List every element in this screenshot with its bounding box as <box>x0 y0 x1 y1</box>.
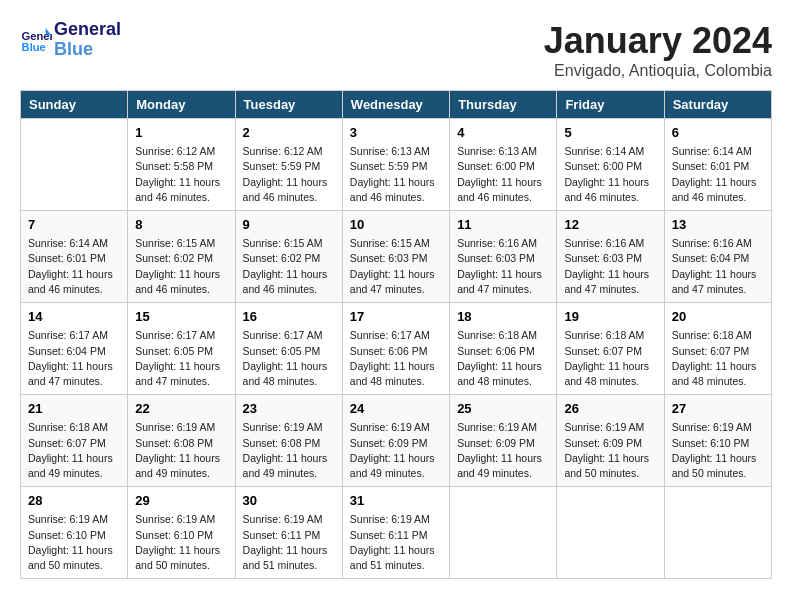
day-number: 15 <box>135 308 227 326</box>
weekday-header: Wednesday <box>342 91 449 119</box>
day-number: 14 <box>28 308 120 326</box>
calendar-cell: 30Sunrise: 6:19 AM Sunset: 6:11 PM Dayli… <box>235 487 342 579</box>
day-number: 18 <box>457 308 549 326</box>
day-number: 11 <box>457 216 549 234</box>
day-info: Sunrise: 6:17 AM Sunset: 6:05 PM Dayligh… <box>243 328 335 389</box>
logo-blue: Blue <box>54 40 121 60</box>
calendar-week-row: 7Sunrise: 6:14 AM Sunset: 6:01 PM Daylig… <box>21 211 772 303</box>
day-number: 5 <box>564 124 656 142</box>
day-info: Sunrise: 6:16 AM Sunset: 6:03 PM Dayligh… <box>457 236 549 297</box>
title-area: January 2024 Envigado, Antioquia, Colomb… <box>544 20 772 80</box>
month-title: January 2024 <box>544 20 772 62</box>
day-number: 25 <box>457 400 549 418</box>
calendar-cell: 26Sunrise: 6:19 AM Sunset: 6:09 PM Dayli… <box>557 395 664 487</box>
day-info: Sunrise: 6:19 AM Sunset: 6:10 PM Dayligh… <box>28 512 120 573</box>
weekday-header: Sunday <box>21 91 128 119</box>
calendar-cell: 11Sunrise: 6:16 AM Sunset: 6:03 PM Dayli… <box>450 211 557 303</box>
location: Envigado, Antioquia, Colombia <box>544 62 772 80</box>
day-number: 26 <box>564 400 656 418</box>
day-number: 6 <box>672 124 764 142</box>
calendar-cell: 24Sunrise: 6:19 AM Sunset: 6:09 PM Dayli… <box>342 395 449 487</box>
day-info: Sunrise: 6:18 AM Sunset: 6:07 PM Dayligh… <box>28 420 120 481</box>
calendar-cell: 31Sunrise: 6:19 AM Sunset: 6:11 PM Dayli… <box>342 487 449 579</box>
day-number: 30 <box>243 492 335 510</box>
calendar-cell: 25Sunrise: 6:19 AM Sunset: 6:09 PM Dayli… <box>450 395 557 487</box>
calendar-cell: 17Sunrise: 6:17 AM Sunset: 6:06 PM Dayli… <box>342 303 449 395</box>
calendar-cell <box>664 487 771 579</box>
calendar-cell: 13Sunrise: 6:16 AM Sunset: 6:04 PM Dayli… <box>664 211 771 303</box>
day-info: Sunrise: 6:17 AM Sunset: 6:04 PM Dayligh… <box>28 328 120 389</box>
day-number: 9 <box>243 216 335 234</box>
day-number: 19 <box>564 308 656 326</box>
calendar-week-row: 1Sunrise: 6:12 AM Sunset: 5:58 PM Daylig… <box>21 119 772 211</box>
calendar-cell: 20Sunrise: 6:18 AM Sunset: 6:07 PM Dayli… <box>664 303 771 395</box>
calendar-cell: 1Sunrise: 6:12 AM Sunset: 5:58 PM Daylig… <box>128 119 235 211</box>
day-info: Sunrise: 6:18 AM Sunset: 6:07 PM Dayligh… <box>672 328 764 389</box>
day-info: Sunrise: 6:19 AM Sunset: 6:09 PM Dayligh… <box>350 420 442 481</box>
calendar-cell: 4Sunrise: 6:13 AM Sunset: 6:00 PM Daylig… <box>450 119 557 211</box>
day-info: Sunrise: 6:14 AM Sunset: 6:00 PM Dayligh… <box>564 144 656 205</box>
day-number: 28 <box>28 492 120 510</box>
weekday-header-row: SundayMondayTuesdayWednesdayThursdayFrid… <box>21 91 772 119</box>
day-info: Sunrise: 6:19 AM Sunset: 6:08 PM Dayligh… <box>135 420 227 481</box>
day-number: 4 <box>457 124 549 142</box>
svg-text:Blue: Blue <box>22 41 46 53</box>
day-info: Sunrise: 6:15 AM Sunset: 6:03 PM Dayligh… <box>350 236 442 297</box>
logo-general: General <box>54 20 121 40</box>
calendar-week-row: 28Sunrise: 6:19 AM Sunset: 6:10 PM Dayli… <box>21 487 772 579</box>
day-info: Sunrise: 6:13 AM Sunset: 5:59 PM Dayligh… <box>350 144 442 205</box>
day-number: 7 <box>28 216 120 234</box>
calendar-cell: 2Sunrise: 6:12 AM Sunset: 5:59 PM Daylig… <box>235 119 342 211</box>
day-number: 10 <box>350 216 442 234</box>
day-info: Sunrise: 6:14 AM Sunset: 6:01 PM Dayligh… <box>672 144 764 205</box>
day-number: 2 <box>243 124 335 142</box>
day-info: Sunrise: 6:15 AM Sunset: 6:02 PM Dayligh… <box>135 236 227 297</box>
weekday-header: Monday <box>128 91 235 119</box>
calendar-cell: 10Sunrise: 6:15 AM Sunset: 6:03 PM Dayli… <box>342 211 449 303</box>
day-number: 29 <box>135 492 227 510</box>
calendar-cell <box>557 487 664 579</box>
calendar-week-row: 21Sunrise: 6:18 AM Sunset: 6:07 PM Dayli… <box>21 395 772 487</box>
day-info: Sunrise: 6:17 AM Sunset: 6:05 PM Dayligh… <box>135 328 227 389</box>
day-info: Sunrise: 6:19 AM Sunset: 6:10 PM Dayligh… <box>672 420 764 481</box>
weekday-header: Tuesday <box>235 91 342 119</box>
weekday-header: Thursday <box>450 91 557 119</box>
day-number: 31 <box>350 492 442 510</box>
calendar-cell <box>450 487 557 579</box>
day-number: 8 <box>135 216 227 234</box>
calendar-cell: 28Sunrise: 6:19 AM Sunset: 6:10 PM Dayli… <box>21 487 128 579</box>
calendar-cell: 16Sunrise: 6:17 AM Sunset: 6:05 PM Dayli… <box>235 303 342 395</box>
day-number: 27 <box>672 400 764 418</box>
day-info: Sunrise: 6:19 AM Sunset: 6:09 PM Dayligh… <box>457 420 549 481</box>
day-number: 23 <box>243 400 335 418</box>
day-info: Sunrise: 6:12 AM Sunset: 5:58 PM Dayligh… <box>135 144 227 205</box>
day-number: 24 <box>350 400 442 418</box>
calendar-table: SundayMondayTuesdayWednesdayThursdayFrid… <box>20 90 772 579</box>
day-info: Sunrise: 6:19 AM Sunset: 6:08 PM Dayligh… <box>243 420 335 481</box>
page-header: General Blue General Blue January 2024 E… <box>20 20 772 80</box>
calendar-cell: 22Sunrise: 6:19 AM Sunset: 6:08 PM Dayli… <box>128 395 235 487</box>
day-number: 1 <box>135 124 227 142</box>
calendar-cell: 8Sunrise: 6:15 AM Sunset: 6:02 PM Daylig… <box>128 211 235 303</box>
logo: General Blue General Blue <box>20 20 121 60</box>
day-number: 16 <box>243 308 335 326</box>
calendar-cell: 3Sunrise: 6:13 AM Sunset: 5:59 PM Daylig… <box>342 119 449 211</box>
day-info: Sunrise: 6:16 AM Sunset: 6:03 PM Dayligh… <box>564 236 656 297</box>
day-info: Sunrise: 6:19 AM Sunset: 6:11 PM Dayligh… <box>350 512 442 573</box>
calendar-cell: 18Sunrise: 6:18 AM Sunset: 6:06 PM Dayli… <box>450 303 557 395</box>
calendar-week-row: 14Sunrise: 6:17 AM Sunset: 6:04 PM Dayli… <box>21 303 772 395</box>
logo-icon: General Blue <box>20 24 52 56</box>
day-info: Sunrise: 6:17 AM Sunset: 6:06 PM Dayligh… <box>350 328 442 389</box>
calendar-cell: 15Sunrise: 6:17 AM Sunset: 6:05 PM Dayli… <box>128 303 235 395</box>
weekday-header: Saturday <box>664 91 771 119</box>
day-info: Sunrise: 6:19 AM Sunset: 6:10 PM Dayligh… <box>135 512 227 573</box>
calendar-cell: 21Sunrise: 6:18 AM Sunset: 6:07 PM Dayli… <box>21 395 128 487</box>
calendar-cell: 27Sunrise: 6:19 AM Sunset: 6:10 PM Dayli… <box>664 395 771 487</box>
calendar-cell: 5Sunrise: 6:14 AM Sunset: 6:00 PM Daylig… <box>557 119 664 211</box>
calendar-cell: 14Sunrise: 6:17 AM Sunset: 6:04 PM Dayli… <box>21 303 128 395</box>
calendar-cell: 9Sunrise: 6:15 AM Sunset: 6:02 PM Daylig… <box>235 211 342 303</box>
day-info: Sunrise: 6:12 AM Sunset: 5:59 PM Dayligh… <box>243 144 335 205</box>
calendar-cell: 12Sunrise: 6:16 AM Sunset: 6:03 PM Dayli… <box>557 211 664 303</box>
day-info: Sunrise: 6:14 AM Sunset: 6:01 PM Dayligh… <box>28 236 120 297</box>
calendar-cell <box>21 119 128 211</box>
